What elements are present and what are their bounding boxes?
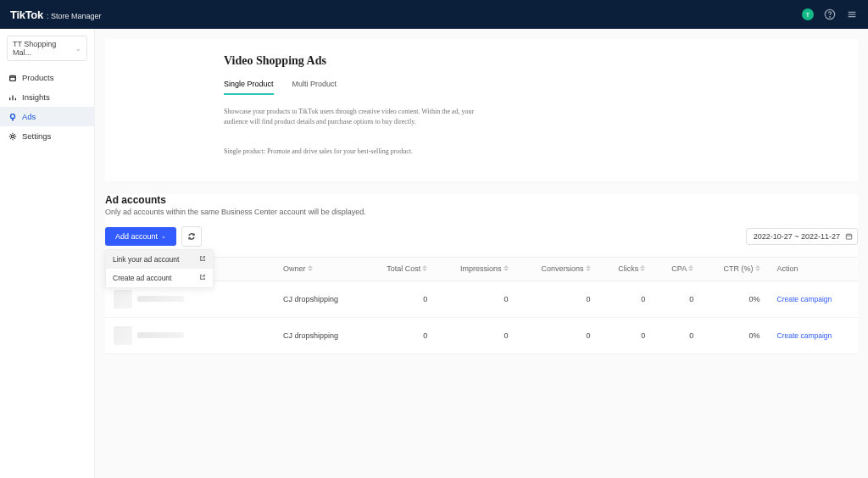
sidebar-item-label: Products	[22, 73, 54, 82]
cell-total-cost: 0	[364, 281, 437, 317]
brand: TikTok	[10, 8, 43, 21]
ad-accounts-table: A Owner Total Cost Impressions Conversio…	[105, 257, 858, 354]
refresh-button[interactable]	[181, 226, 202, 247]
date-range-label: 2022-10-27 ~ 2022-11-27	[754, 232, 840, 241]
ad-accounts-title: Ad accounts	[105, 194, 858, 206]
sort-icon	[422, 265, 427, 274]
cell-owner: CJ dropshipping	[275, 281, 364, 317]
create-campaign-link[interactable]: Create campaign	[777, 331, 832, 340]
add-account-button[interactable]: Add account ⌄	[105, 227, 176, 246]
chevron-down-icon: ⌄	[161, 233, 166, 240]
vsa-subtext: Single product: Promote and drive sales …	[224, 147, 739, 155]
add-account-label: Add account	[115, 232, 158, 241]
store-selector[interactable]: TT Shopping Mal... ⌄	[7, 36, 87, 61]
topbar: TikTok : Store Manager T	[0, 0, 868, 29]
external-link-icon	[199, 274, 206, 282]
brand-sub: : Store Manager	[47, 12, 102, 20]
sort-icon	[586, 265, 591, 274]
sidebar-item-products[interactable]: Products	[0, 68, 94, 87]
svg-point-7	[11, 135, 14, 137]
cell-conversions: 0	[517, 317, 599, 353]
sidebar-item-ads[interactable]: Ads	[0, 107, 94, 126]
table-row: CJ dropshipping 0 0 0 0 0 0% Create camp…	[105, 281, 858, 317]
svg-point-6	[11, 114, 15, 118]
sidebar: TT Shopping Mal... ⌄ Products Insights A…	[0, 29, 95, 478]
col-action: Action	[769, 258, 858, 281]
refresh-icon	[187, 232, 196, 241]
external-link-icon	[199, 255, 206, 264]
account-thumbnail	[114, 290, 132, 308]
cell-cpa: 0	[654, 317, 702, 353]
cell-impressions: 0	[436, 317, 516, 353]
svg-rect-5	[10, 75, 16, 81]
page-title: Video Shopping Ads	[224, 54, 739, 68]
cell-conversions: 0	[517, 281, 599, 317]
gear-icon	[8, 132, 17, 141]
svg-point-1	[830, 17, 831, 18]
cell-ctr: 0%	[702, 317, 768, 353]
calendar-icon	[845, 233, 853, 241]
add-account-dropdown: Link your ad account Create ad account	[105, 249, 214, 288]
bulb-icon	[8, 113, 17, 121]
sort-icon	[688, 265, 693, 274]
sort-icon	[755, 265, 760, 274]
account-name-redacted	[137, 332, 184, 338]
ad-accounts-section: Ad accounts Only ad accounts within the …	[105, 194, 858, 354]
cell-cpa: 0	[654, 281, 702, 317]
cell-clicks: 0	[599, 281, 654, 317]
ad-accounts-subtitle: Only ad accounts within the same Busines…	[105, 208, 858, 216]
sidebar-item-label: Settings	[22, 131, 51, 141]
svg-rect-8	[846, 234, 851, 239]
sort-icon	[504, 265, 509, 274]
box-icon	[8, 74, 17, 82]
dropdown-item-create-account[interactable]: Create ad account	[106, 269, 213, 287]
help-icon[interactable]	[824, 8, 836, 20]
cell-total-cost: 0	[364, 317, 437, 353]
cell-clicks: 0	[599, 317, 654, 353]
hamburger-icon[interactable]	[846, 8, 858, 20]
vsa-tabs: Single Product Multi Product	[224, 80, 739, 95]
chevron-down-icon: ⌄	[75, 45, 81, 53]
sort-icon	[640, 265, 645, 274]
dropdown-item-link-account[interactable]: Link your ad account	[106, 250, 213, 269]
dropdown-item-label: Create ad account	[113, 274, 171, 282]
avatar[interactable]: T	[802, 8, 814, 20]
col-conversions[interactable]: Conversions	[517, 258, 599, 281]
tab-single-product[interactable]: Single Product	[224, 80, 274, 95]
account-thumbnail	[114, 326, 132, 345]
cell-owner: CJ dropshipping	[275, 317, 364, 353]
sidebar-item-settings[interactable]: Settings	[0, 126, 94, 146]
col-total-cost[interactable]: Total Cost	[364, 258, 437, 281]
vsa-description: Showcase your products to TikTok users t…	[224, 107, 495, 127]
main-content: Video Shopping Ads Single Product Multi …	[95, 29, 868, 478]
sidebar-item-insights[interactable]: Insights	[0, 87, 94, 107]
sort-icon	[308, 265, 313, 274]
sidebar-item-label: Insights	[22, 92, 50, 102]
date-range-picker[interactable]: 2022-10-27 ~ 2022-11-27	[746, 228, 858, 245]
controls-row: Add account ⌄ Link your ad account Creat…	[105, 226, 858, 247]
col-cpa[interactable]: CPA	[654, 258, 702, 281]
tab-multi-product[interactable]: Multi Product	[292, 80, 337, 95]
vsa-card: Video Shopping Ads Single Product Multi …	[105, 39, 858, 181]
chart-icon	[8, 93, 17, 102]
account-name-redacted	[137, 296, 184, 302]
store-selector-label: TT Shopping Mal...	[13, 40, 75, 57]
create-campaign-link[interactable]: Create campaign	[777, 295, 832, 303]
col-clicks[interactable]: Clicks	[599, 258, 654, 281]
cell-ctr: 0%	[702, 281, 768, 317]
cell-impressions: 0	[436, 281, 516, 317]
col-impressions[interactable]: Impressions	[436, 258, 516, 281]
sidebar-item-label: Ads	[22, 112, 36, 121]
col-owner[interactable]: Owner	[275, 258, 364, 281]
topbar-actions: T	[802, 8, 858, 20]
col-ctr[interactable]: CTR (%)	[702, 258, 768, 281]
table-row: CJ dropshipping 0 0 0 0 0 0% Create camp…	[105, 317, 858, 353]
brand-block: TikTok : Store Manager	[10, 8, 101, 21]
dropdown-item-label: Link your ad account	[113, 255, 179, 264]
